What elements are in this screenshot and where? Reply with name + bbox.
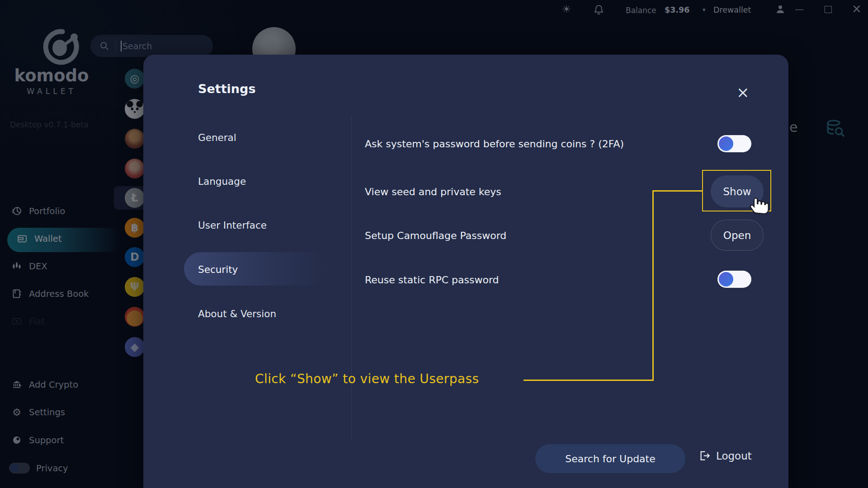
sidebar-item-dex[interactable]: DEX [11,261,47,272]
modal-close-icon[interactable]: × [736,84,750,100]
coin-avatar-1[interactable] [125,129,145,149]
annotation-text: Click “Show” to view the Userpass [255,371,479,386]
sidebar-item-label: Settings [29,407,65,418]
sidebar-item-label: Wallet [34,234,61,244]
annotation-line-vertical [652,190,654,381]
open-button[interactable]: Open [711,220,764,251]
account-name[interactable]: Drewallet [713,5,751,14]
account-person-icon[interactable] [775,4,786,14]
balance-label: Balance [626,6,656,15]
tab-language[interactable]: Language [198,174,246,188]
privacy-toggle-knob [10,464,19,473]
setting-label-2fa: Ask system's password before sending coi… [365,136,624,151]
theme-sun-icon[interactable]: ☀ [562,4,571,15]
coin-bitcoin[interactable]: ฿ [125,218,145,238]
tab-general[interactable]: General [198,131,236,144]
support-icon [11,435,23,446]
window-minimize-button[interactable]: — [795,4,804,14]
privacy-toggle[interactable] [9,463,30,474]
logout-icon [698,450,711,462]
sidebar-item-add-crypto[interactable]: Add Crypto [11,379,78,390]
sidebar-item-label: Add Crypto [29,380,78,390]
sidebar-item-wallet[interactable]: Wallet [16,233,61,244]
background-text-fragment: e [789,119,797,135]
setting-label-rpc: Reuse static RPC password [365,272,499,287]
rpc-toggle-knob [719,272,733,286]
sidebar-item-label: Support [29,435,64,446]
sidebar-item-address-book[interactable]: Address Book [11,288,89,299]
bank-plus-icon [11,379,23,390]
app-window: ☀ Balance $3.96 ▾ Drewallet — × komodo W… [0,0,868,488]
rpc-toggle[interactable] [717,271,751,288]
coin-ethereum[interactable]: ◆ [125,337,145,357]
modal-divider [351,117,352,440]
coin-panda[interactable] [125,99,145,119]
account-caret-down-icon[interactable]: ▾ [703,6,706,13]
settings-modal: Settings × General Language User Interfa… [143,55,788,488]
tab-security[interactable]: Security [198,263,238,276]
sidebar-item-label: Privacy [36,463,68,474]
address-book-icon [11,288,23,299]
logout-label: Logout [716,450,752,462]
coin-avatar-2[interactable] [125,159,145,178]
search-input[interactable] [123,41,190,51]
app-version: Desktop v0.7.1-beta [10,120,88,129]
sidebar-item-fiat[interactable]: Fiat [11,316,45,327]
annotation-line-top [652,190,702,192]
search-icon [99,41,109,51]
coin-psi[interactable]: Ψ [125,277,145,297]
window-close-button[interactable]: × [852,2,862,15]
coin-litecoin[interactable]: Ł [125,188,145,208]
coin-komodo[interactable]: ◎ [125,69,145,89]
sidebar-item-label: Fiat [29,316,45,327]
sidebar-item-label: DEX [29,261,47,272]
sidebar-item-portfolio[interactable]: Portfolio [11,206,65,216]
search-for-update-button[interactable]: Search for Update [535,444,685,473]
sidebar-item-support[interactable]: Support [11,435,64,446]
coin-shiba[interactable] [125,307,145,327]
window-maximize-button[interactable] [825,6,832,13]
modal-title: Settings [198,82,255,96]
2fa-toggle[interactable] [717,135,751,152]
sidebar-item-label: Portfolio [29,206,65,216]
sidebar-item-label: Address Book [29,289,89,299]
hand-cursor-icon [748,193,770,215]
tab-about-version[interactable]: About & Version [198,307,276,320]
search-bar[interactable] [90,35,213,57]
dex-candlestick-icon [11,261,23,272]
logout-button[interactable]: Logout [698,450,752,462]
komodo-logo-icon [34,28,89,66]
gear-icon: ⚙ [11,408,23,418]
sidebar-item-privacy[interactable]: Privacy [9,463,68,474]
fiat-icon [11,316,23,327]
balance-value: $3.96 [665,5,689,14]
notifications-bell-icon[interactable] [593,4,604,15]
search-text-caret [121,41,122,52]
sidebar-item-settings[interactable]: ⚙ Settings [11,407,65,418]
wallet-icon [16,233,28,244]
setting-label-camouflage: Setup Camouflage Password [365,228,506,243]
coin-digibyte[interactable]: D [125,247,145,267]
tab-user-interface[interactable]: User Interface [198,218,267,232]
database-search-icon[interactable] [825,117,846,139]
search-separator [116,40,116,52]
setting-label-view-seed: View seed and private keys [365,184,501,199]
brand-subtitle: WALLET [11,87,92,96]
2fa-toggle-knob [719,136,733,151]
annotation-line-bottom [524,380,654,381]
brand-name: komodo [11,66,92,85]
portfolio-pie-icon [11,206,23,216]
